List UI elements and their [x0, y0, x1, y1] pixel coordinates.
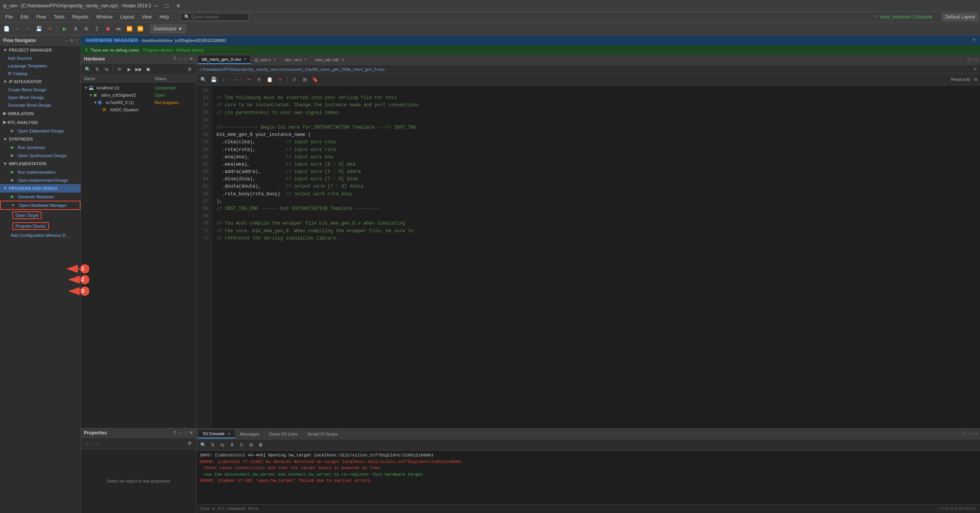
save-button[interactable]: 💾 — [34, 24, 44, 34]
back-button[interactable]: ← — [12, 24, 22, 34]
sigma-button[interactable]: Σ — [92, 24, 102, 34]
menu-reports[interactable]: Reports — [68, 13, 92, 20]
run-button[interactable]: ▶ — [60, 24, 70, 34]
hw-back-button[interactable]: ⟳ — [115, 65, 124, 74]
synthesis-header[interactable]: ▼ SYNTHESIS — [0, 135, 81, 143]
tab-help-icon[interactable]: ? — [967, 57, 970, 62]
tab-blk-mem-close[interactable]: ✕ — [243, 57, 247, 61]
editor-cut-button[interactable]: ✂ — [244, 75, 253, 84]
props-close-icon[interactable]: ✕ — [189, 430, 193, 436]
console-collapse-button[interactable]: ⇆ — [218, 441, 227, 449]
flow-nav-settings-icon[interactable]: ⚙ — [70, 38, 74, 43]
window-controls[interactable]: ─ □ ✕ — [151, 2, 183, 10]
editor-comment-button[interactable]: // — [290, 75, 299, 84]
editor-forward-button[interactable]: → — [230, 75, 239, 84]
quick-access-input[interactable] — [191, 14, 245, 20]
editor-delete-button[interactable]: ✕ — [275, 75, 285, 84]
hw-help-icon[interactable]: ? — [173, 56, 176, 62]
settings-button[interactable]: ⚙ — [81, 24, 91, 34]
hw-forward-button[interactable]: ▶ — [125, 65, 133, 74]
editor-table-button[interactable]: ⊞ — [300, 75, 309, 84]
tab-ip-ram-close[interactable]: ✕ — [273, 57, 276, 62]
hw-item-localhost[interactable]: ▼ 💻 localhost (1) Connected — [81, 84, 196, 91]
nav-add-sources[interactable]: Add Sources — [0, 54, 81, 62]
props-restore-icon[interactable]: □ — [184, 430, 187, 436]
nav-open-synthesized-design[interactable]: ▶ Open Synthesized Design — [0, 151, 81, 159]
tab-ip-ram-v[interactable]: ip_ram.v ✕ — [251, 56, 280, 64]
tab-ram-rw-close[interactable]: ✕ — [304, 57, 307, 62]
console-help-icon[interactable]: ? — [962, 431, 965, 436]
program-device-link[interactable]: Program device — [143, 48, 173, 52]
tab-blk-mem-gen-veo[interactable]: blk_mem_gen_0.veo ✕ — [198, 55, 251, 64]
editor-search-button[interactable]: 🔍 — [199, 75, 208, 84]
console-tcl-close[interactable]: ✕ — [227, 432, 230, 436]
hw-search-button[interactable]: 🔍 — [83, 65, 92, 74]
flow-nav-minimize-icon[interactable]: ─ — [65, 38, 68, 43]
maximize-button[interactable]: □ — [163, 2, 171, 10]
menu-flow[interactable]: Flow — [32, 13, 50, 20]
stop-button[interactable]: ⏹ — [103, 24, 113, 34]
close-button[interactable]: ✕ — [174, 2, 183, 10]
nav-open-elaborated-design[interactable]: ▶ Open Elaborated Design — [0, 127, 81, 135]
console-tab-tcl[interactable]: Tcl Console ✕ — [198, 430, 235, 438]
forward-button[interactable]: → — [23, 24, 33, 34]
step-over-button[interactable]: ⏩ — [124, 24, 134, 34]
nav-run-synthesis[interactable]: ▶ Run Synthesis — [0, 143, 81, 151]
program-device-box[interactable]: Program Device — [12, 222, 49, 230]
project-manager-header[interactable]: ▼ PROJECT MANAGER — [0, 46, 81, 54]
menu-edit[interactable]: Edit — [17, 13, 32, 20]
console-tab-serial-io-scans[interactable]: Serial I/O Scans — [303, 430, 343, 438]
new-file-button[interactable]: 📄 — [2, 24, 12, 34]
code-content[interactable]: // The following must be inserted into y… — [212, 86, 980, 428]
dashboard-button[interactable]: Dashboard ▼ — [150, 25, 186, 33]
props-back-button[interactable]: ← — [83, 439, 92, 448]
editor-bookmark-button[interactable]: 🔖 — [310, 75, 320, 84]
menu-window[interactable]: Window — [92, 13, 116, 20]
delete-button[interactable]: ✕ — [45, 24, 55, 34]
hw-item-xilinx-tcf[interactable]: ▼ ▣ xilinx_tcf/Digilent/2 Open — [81, 91, 196, 99]
menu-view[interactable]: View — [138, 13, 156, 20]
nav-open-implemented-design[interactable]: ▶ Open Implemented Design — [0, 176, 81, 184]
rtl-header[interactable]: ▶ RTL ANALYSIS — [0, 118, 81, 127]
simulation-header[interactable]: ▶ SIMULATION — [0, 109, 81, 118]
ip-integrator-header[interactable]: ▼ IP INTEGRATOR — [0, 77, 81, 86]
console-pause-button[interactable]: ⏸ — [228, 441, 236, 449]
tab-restore-icon[interactable]: □ — [976, 57, 978, 62]
hw-stop-button[interactable]: ⏹ — [144, 65, 153, 74]
step-block-button[interactable]: ⏪ — [135, 24, 145, 34]
editor-gear-icon[interactable]: ⚙ — [974, 77, 978, 82]
open-target-box[interactable]: Open Target — [12, 211, 42, 219]
nav-open-target[interactable]: Open Target — [0, 210, 81, 221]
step-button[interactable]: ⏭ — [114, 24, 124, 34]
menu-file[interactable]: File — [2, 13, 17, 20]
props-forward-button[interactable]: → — [93, 439, 101, 448]
menu-tools[interactable]: Tools — [50, 13, 68, 20]
menu-help[interactable]: Help — [156, 13, 173, 20]
nav-add-config-memory[interactable]: Add Configuration Memory D... — [0, 231, 81, 239]
editor-save-button[interactable]: 💾 — [209, 75, 218, 84]
nav-generate-block-design[interactable]: Generate Block Design — [0, 101, 81, 109]
props-minimize-icon[interactable]: ─ — [178, 430, 182, 436]
nav-ip-catalog[interactable]: IP Catalog — [0, 70, 81, 77]
console-search-button[interactable]: 🔍 — [199, 441, 207, 449]
hw-manager-help-icon[interactable]: ? — [973, 38, 975, 43]
nav-generate-bitstream[interactable]: ▶ Generate Bitstream — [0, 193, 81, 201]
props-gear-button[interactable]: ⚙ — [185, 439, 194, 448]
tab-ram-rw-v[interactable]: ram_rw.v ✕ — [280, 56, 311, 64]
nav-open-hardware-manager[interactable]: ▼ Open Hardware Manager — [0, 201, 81, 210]
hw-collapse-button[interactable]: ⇆ — [102, 65, 111, 74]
code-editor[interactable]: 5253545556 5758596061 6263646566 6768697… — [196, 86, 980, 428]
hw-item-xadc[interactable]: ⊞ XADC (System — [81, 106, 196, 113]
menu-layout[interactable]: Layout — [116, 13, 138, 20]
tcl-command-input[interactable] — [200, 506, 938, 511]
layout-button[interactable]: Default Layout — [942, 13, 978, 21]
editor-paste-button[interactable]: 📋 — [265, 75, 274, 84]
nav-run-implementation[interactable]: ▶ Run Implementation — [0, 168, 81, 176]
props-help-icon[interactable]: ? — [173, 430, 176, 436]
flow-nav-help-icon[interactable]: ? — [75, 38, 77, 43]
hw-minimize-icon[interactable]: ─ — [178, 56, 182, 62]
console-tab-messages[interactable]: Messages — [235, 430, 264, 438]
hw-item-xc7a100t[interactable]: ▼ ▩ xc7a100t_0 (1) Not program... — [81, 99, 196, 106]
hw-expand-button[interactable]: ⇅ — [93, 65, 101, 74]
console-minimize-icon[interactable]: ─ — [967, 431, 970, 436]
